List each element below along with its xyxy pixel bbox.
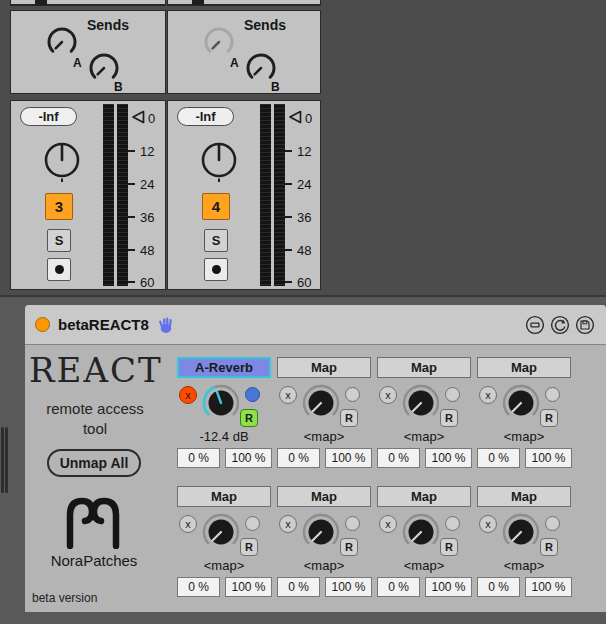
norapatches-logo-icon — [58, 493, 128, 549]
min-percent-field[interactable]: 0 % — [477, 448, 520, 468]
macro-knob[interactable] — [199, 510, 243, 554]
mixer-section: -Inf 0 12 24 36 48 60 4 S — [167, 100, 321, 290]
macro-knob[interactable] — [199, 381, 243, 425]
scale-24: 24 — [285, 176, 311, 192]
map-indicator-dot[interactable] — [445, 516, 460, 531]
exclude-toggle[interactable]: x — [279, 515, 297, 533]
scale-tick — [285, 216, 292, 218]
min-percent-field[interactable]: 0 % — [177, 577, 220, 597]
record-dot-icon — [212, 265, 221, 274]
float-window-icon[interactable] — [524, 314, 546, 336]
max-percent-field[interactable]: 100 % — [225, 448, 272, 468]
min-percent-field[interactable]: 0 % — [477, 577, 520, 597]
fader-handle-icon[interactable] — [287, 110, 303, 124]
solo-button[interactable]: S — [47, 229, 71, 252]
max-percent-field[interactable]: 100 % — [225, 577, 272, 597]
min-percent-field[interactable]: 0 % — [377, 448, 420, 468]
strip-top-stub — [10, 0, 166, 6]
range-toggle[interactable]: R — [440, 538, 458, 556]
mapping-slot: Map x R <map> 0 % 100 % — [477, 357, 574, 470]
macro-knob[interactable] — [299, 381, 343, 425]
min-percent-field[interactable]: 0 % — [277, 448, 320, 468]
react-logo: REACT — [29, 350, 161, 390]
exclude-toggle[interactable]: x — [179, 386, 197, 404]
map-target-button[interactable]: Map — [477, 357, 571, 378]
exclude-toggle[interactable]: x — [279, 386, 297, 404]
max-percent-field[interactable]: 100 % — [325, 577, 372, 597]
range-toggle[interactable]: R — [340, 538, 358, 556]
volume-value-field[interactable]: -Inf — [20, 107, 77, 126]
max-percent-field[interactable]: 100 % — [425, 448, 472, 468]
map-indicator-dot[interactable] — [345, 387, 360, 402]
pan-knob[interactable] — [197, 139, 241, 183]
pan-knob[interactable] — [40, 139, 84, 183]
max-percent-field[interactable]: 100 % — [325, 448, 372, 468]
volume-value-field[interactable]: -Inf — [177, 107, 234, 126]
macro-knob[interactable] — [399, 510, 443, 554]
range-fields: 0 % 100 % — [277, 577, 372, 597]
map-target-button[interactable]: A-Reverb — [177, 357, 271, 378]
scale-36: 36 — [285, 209, 311, 225]
map-indicator-dot[interactable] — [545, 387, 560, 402]
map-indicator-dot[interactable] — [445, 387, 460, 402]
range-toggle[interactable]: R — [240, 409, 258, 427]
mapped-value: <map> — [277, 429, 371, 444]
scale-36: 36 — [128, 209, 154, 225]
arm-button[interactable] — [204, 258, 228, 281]
macro-knob[interactable] — [499, 381, 543, 425]
solo-button[interactable]: S — [204, 229, 228, 252]
max-percent-field[interactable]: 100 % — [525, 577, 572, 597]
save-preset-icon[interactable] — [574, 314, 596, 336]
exclude-toggle[interactable]: x — [479, 386, 497, 404]
map-target-button[interactable]: Map — [277, 357, 371, 378]
arm-button[interactable] — [47, 258, 71, 281]
mapped-value: <map> — [377, 558, 471, 573]
max-percent-field[interactable]: 100 % — [525, 448, 572, 468]
unmap-all-button[interactable]: Unmap All — [47, 449, 141, 477]
map-indicator-dot[interactable] — [345, 516, 360, 531]
device-scroll-handle-left[interactable] — [0, 427, 9, 493]
range-toggle[interactable]: R — [240, 538, 258, 556]
map-target-button[interactable]: Map — [277, 486, 371, 507]
map-indicator-dot[interactable] — [545, 516, 560, 531]
knob-dial-icon — [399, 510, 443, 554]
map-target-button[interactable]: Map — [377, 486, 471, 507]
map-target-button[interactable]: Map — [377, 357, 471, 378]
range-toggle[interactable]: R — [340, 409, 358, 427]
device-body: REACT remote access tool Unmap All NoraP… — [25, 345, 606, 612]
meter-bar-left — [260, 104, 271, 286]
device-titlebar[interactable]: betaREACT8 — [25, 305, 606, 345]
send-a-knob[interactable] — [45, 25, 79, 59]
send-a-knob[interactable] — [202, 25, 236, 59]
exclude-toggle[interactable]: x — [479, 515, 497, 533]
macro-knob[interactable] — [299, 510, 343, 554]
exclude-toggle[interactable]: x — [379, 515, 397, 533]
mapping-slot: A-Reverb x R -12.4 dB 0 % — [177, 357, 274, 470]
map-target-button[interactable]: Map — [177, 486, 271, 507]
mapped-value: <map> — [477, 429, 571, 444]
hot-swap-icon[interactable] — [549, 314, 571, 336]
max-percent-field[interactable]: 100 % — [425, 577, 472, 597]
range-toggle[interactable]: R — [540, 409, 558, 427]
device-activator-led[interactable] — [35, 317, 50, 332]
titlebar-icon-group — [524, 314, 596, 336]
mixer-section: -Inf 0 12 24 36 48 60 3 S — [10, 100, 166, 290]
min-percent-field[interactable]: 0 % — [277, 577, 320, 597]
min-percent-field[interactable]: 0 % — [177, 448, 220, 468]
map-indicator-dot[interactable] — [245, 516, 260, 531]
track-activator-button[interactable]: 3 — [45, 193, 73, 220]
range-toggle[interactable]: R — [540, 538, 558, 556]
map-target-button[interactable]: Map — [477, 486, 571, 507]
macro-knob[interactable] — [399, 381, 443, 425]
fader-handle-icon[interactable] — [130, 110, 146, 124]
range-toggle[interactable]: R — [440, 409, 458, 427]
map-indicator-dot[interactable] — [245, 387, 260, 402]
exclude-toggle[interactable]: x — [379, 386, 397, 404]
track-activator-button[interactable]: 4 — [202, 193, 230, 220]
macro-knob[interactable] — [499, 510, 543, 554]
exclude-toggle[interactable]: x — [179, 515, 197, 533]
min-percent-field[interactable]: 0 % — [377, 577, 420, 597]
sends-label: Sends — [87, 17, 129, 33]
scale-0: 0 — [148, 110, 155, 126]
sends-section: Sends A B — [10, 10, 166, 94]
